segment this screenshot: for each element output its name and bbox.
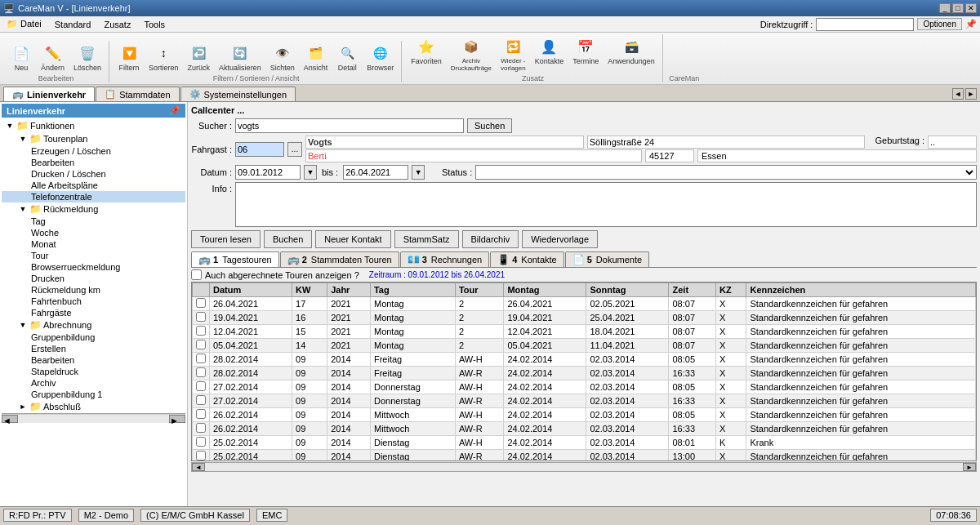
toolbar-btn-kontakte[interactable]: 👤 Kontakte [531, 34, 568, 74]
maximize-btn[interactable]: □ [952, 3, 964, 13]
datum-from-picker-btn[interactable]: ▼ [304, 165, 317, 180]
direktzugriff-input[interactable] [816, 18, 914, 31]
menu-item-standard[interactable]: Standard [48, 18, 98, 31]
tree-item-monat[interactable]: Monat [2, 238, 185, 250]
cell-check[interactable] [193, 450, 210, 462]
tree-item-archiv[interactable]: Archiv [2, 377, 185, 389]
toolbar-btn-anwendungen[interactable]: 🗃️ Anwendungen [604, 34, 659, 74]
datum-to-picker-btn[interactable]: ▼ [412, 165, 425, 180]
stamm-satz-btn[interactable]: StammSatz [394, 230, 459, 248]
table-row[interactable]: 28.02.2014 09 2014 Freitag AW-R 24.02.20… [193, 367, 976, 380]
toolbar-btn-detail[interactable]: 🔍 Detail [332, 41, 362, 74]
scroll-left-btn[interactable]: ◄ [2, 415, 18, 423]
fahrgast-id-input[interactable] [235, 142, 284, 157]
cell-check[interactable] [193, 436, 210, 450]
col-sonntag[interactable]: Sonntag [586, 283, 669, 297]
table-row[interactable]: 26.04.2021 17 2021 Montag 2 26.04.2021 0… [193, 297, 976, 311]
tab-next-btn[interactable]: ► [965, 88, 977, 100]
tree-item-bearbeiten-t[interactable]: Bearbeiten [2, 157, 185, 168]
tree-item-tag[interactable]: Tag [2, 216, 185, 227]
buchen-btn[interactable]: Buchen [264, 230, 312, 248]
neuer-kontakt-btn[interactable]: Neuer Kontakt [315, 230, 390, 248]
cell-check[interactable] [193, 422, 210, 436]
cell-check[interactable] [193, 297, 210, 311]
tab-linienverkehr[interactable]: 🚌 Linienverkehr [3, 87, 95, 101]
toolbar-btn-favoriten[interactable]: ⭐ Favoriten [407, 34, 446, 74]
tree-item-drucken2[interactable]: Drucken [2, 273, 185, 284]
cell-check[interactable] [193, 339, 210, 353]
table-row[interactable]: 25.02.2014 09 2014 Dienstag AW-R 24.02.2… [193, 450, 976, 462]
cell-check[interactable] [193, 311, 210, 325]
table-row[interactable]: 28.02.2014 09 2014 Freitag AW-H 24.02.20… [193, 353, 976, 367]
toolbar-btn-neu[interactable]: 📄 Neu [7, 41, 36, 74]
menu-item-zusatz[interactable]: Zusatz [97, 18, 137, 31]
tree-item-drucken[interactable]: Drucken / Löschen [2, 168, 185, 180]
hscroll-right-btn[interactable]: ► [963, 463, 976, 471]
tree-item-rueckmeldung-km[interactable]: Rückmeldung km [2, 284, 185, 296]
datum-to-input[interactable] [343, 165, 408, 180]
tab-stammdaten[interactable]: 📋 Stammdaten [96, 87, 179, 101]
tree-item-woche[interactable]: Woche [2, 227, 185, 238]
table-hscrollbar[interactable]: ◄ ► [191, 462, 977, 472]
data-table-container[interactable]: Datum KW Jahr Tag Tour Montag Sonntag Ze… [191, 282, 977, 461]
tab-systemeinstellungen[interactable]: ⚙️ Systemeinstellungen [180, 87, 296, 101]
table-row[interactable]: 27.02.2014 09 2014 Donnerstag AW-H 24.02… [193, 380, 976, 394]
toolbar-btn-sortieren[interactable]: ↕️ Sortieren [145, 41, 183, 74]
toolbar-btn-loeschen[interactable]: 🗑️ Löschen [69, 41, 105, 74]
menu-item-file[interactable]: 📁 Datei [0, 17, 48, 31]
tree-item-bearbeiten-a[interactable]: Bearbeiten [2, 354, 185, 366]
col-datum[interactable]: Datum [210, 283, 292, 297]
data-tab-rechnungen[interactable]: 💶 3 Rechnungen [400, 251, 490, 267]
col-kennzeichen[interactable]: Kennzeichen [746, 283, 976, 297]
tree-item-stapeldruck[interactable]: Stapeldruck [2, 366, 185, 377]
toolbar-btn-sichten[interactable]: 👁️ Sichten [266, 41, 299, 74]
col-montag[interactable]: Montag [504, 283, 586, 297]
data-tab-dokumente[interactable]: 📄 5 Dokumente [565, 251, 649, 267]
menu-item-tools[interactable]: Tools [137, 18, 172, 31]
table-row[interactable]: 27.02.2014 09 2014 Donnerstag AW-R 24.02… [193, 394, 976, 408]
hscroll-left-btn[interactable]: ◄ [192, 463, 205, 471]
data-tab-tagestouren[interactable]: 🚌 1 Tagestouren [191, 251, 279, 267]
table-row[interactable]: 12.04.2021 15 2021 Montag 2 12.04.2021 1… [193, 325, 976, 339]
cell-check[interactable] [193, 394, 210, 408]
data-tab-stammdaten-touren[interactable]: 🚌 2 Stammdaten Touren [280, 251, 399, 267]
table-row[interactable]: 19.04.2021 16 2021 Montag 2 19.04.2021 2… [193, 311, 976, 325]
toolbar-btn-archiv[interactable]: 📦 ArchivDruckaufträge [447, 34, 496, 74]
tree-item-fahrtenbuch[interactable]: Fahrtenbuch [2, 296, 185, 307]
tree-item-funktionen[interactable]: ▼ 📁 Funktionen [2, 119, 185, 132]
window-controls[interactable]: _ □ ✕ [939, 3, 977, 13]
info-area[interactable] [235, 182, 977, 227]
touren-lesen-btn[interactable]: Touren lesen [191, 230, 261, 248]
table-row[interactable]: 26.02.2014 09 2014 Mittwoch AW-H 24.02.2… [193, 408, 976, 422]
tree-item-tourenplan[interactable]: ▼ 📁 Tourenplan [2, 132, 185, 145]
toolbar-btn-ansicht[interactable]: 🗂️ Ansicht [300, 41, 332, 74]
tree-item-arbeitsplaene[interactable]: Alle Arbeitspläne [2, 180, 185, 191]
col-zeit[interactable]: Zeit [669, 283, 716, 297]
col-tour[interactable]: Tour [455, 283, 504, 297]
data-tab-kontakte[interactable]: 📱 4 Kontakte [490, 251, 564, 267]
toolbar-btn-aktualisieren[interactable]: 🔄 Aktualisieren [215, 41, 265, 74]
toolbar-btn-termine[interactable]: 📅 Termine [568, 34, 603, 74]
toolbar-btn-aendern[interactable]: ✏️ Ändern [37, 41, 69, 74]
toolbar-btn-zurueck[interactable]: ↩️ Zurück [184, 41, 215, 74]
col-kw[interactable]: KW [292, 283, 327, 297]
tree-item-tour[interactable]: Tour [2, 250, 185, 261]
suchen-btn[interactable]: Suchen [467, 118, 512, 133]
datum-from-input[interactable] [235, 165, 301, 180]
sidebar-pin-icon[interactable]: 📌 [169, 105, 180, 116]
table-row[interactable]: 26.02.2014 09 2014 Mittwoch AW-R 24.02.2… [193, 422, 976, 436]
bildarchiv-btn[interactable]: Bildarchiv [462, 230, 519, 248]
optionen-btn[interactable]: Optionen [917, 18, 962, 30]
minimize-btn[interactable]: _ [939, 3, 951, 13]
fahrgast-lookup-btn[interactable]: ... [287, 142, 302, 157]
tree-item-fahrgaeste[interactable]: Fahrgäste [2, 307, 185, 318]
toolbar-btn-filtern[interactable]: 🔽 Filtern [114, 41, 144, 74]
tree-item-telefonzentrale[interactable]: Telefonzentrale [2, 191, 185, 202]
tree-item-gruppenbildung[interactable]: Gruppenbildung [2, 331, 185, 343]
sucher-input[interactable] [235, 118, 464, 133]
tree-item-abrechnung[interactable]: ▼ 📁 Abrechnung [2, 318, 185, 331]
table-row[interactable]: 05.04.2021 14 2021 Montag 2 05.04.2021 1… [193, 339, 976, 353]
toolbar-btn-wieder[interactable]: 🔁 Wieder -vorlagen [497, 34, 530, 74]
pin-icon[interactable]: 📌 [965, 19, 977, 29]
cell-check[interactable] [193, 353, 210, 367]
